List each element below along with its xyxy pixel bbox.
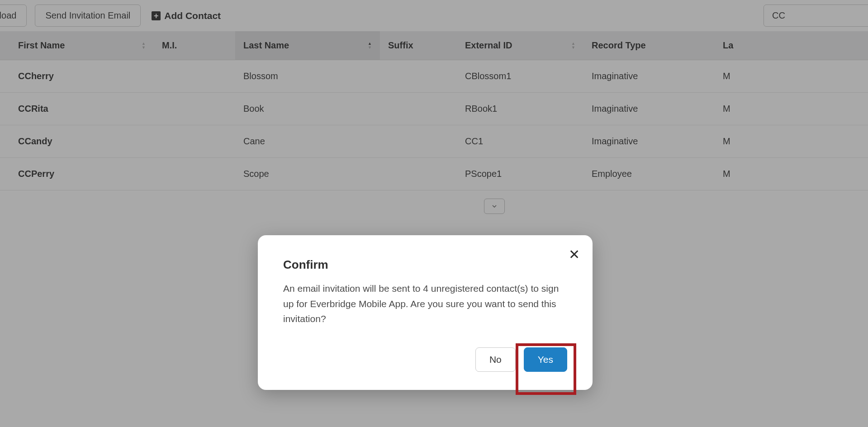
modal-title: Confirm: [283, 258, 567, 272]
confirm-modal: ✕ Confirm An email invitation will be se…: [258, 235, 593, 390]
close-icon: ✕: [569, 247, 580, 262]
close-button[interactable]: ✕: [569, 248, 580, 261]
modal-footer: No Yes: [283, 347, 567, 372]
no-button[interactable]: No: [475, 347, 516, 372]
modal-overlay[interactable]: ✕ Confirm An email invitation will be se…: [0, 0, 868, 427]
yes-button[interactable]: Yes: [524, 347, 567, 372]
modal-body-text: An email invitation will be sent to 4 un…: [283, 281, 567, 327]
